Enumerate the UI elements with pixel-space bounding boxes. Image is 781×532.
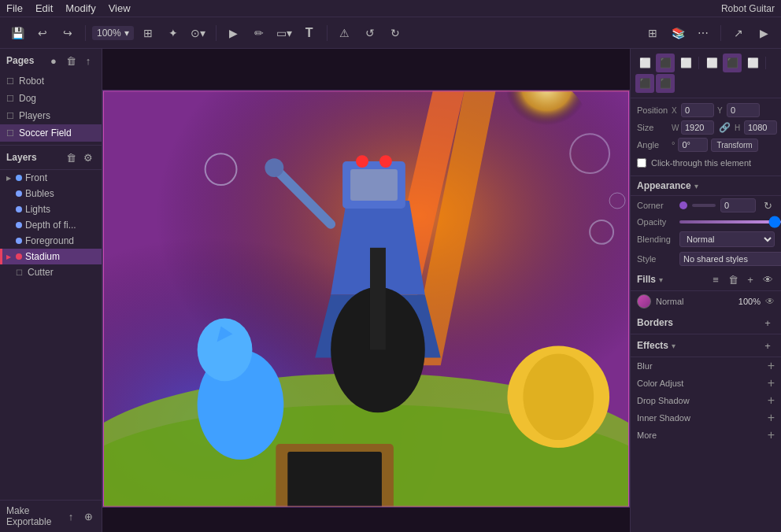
borders-header[interactable]: Borders + — [631, 312, 781, 334]
menu-view[interactable]: View — [109, 2, 131, 14]
export-share-btn[interactable]: ↑ — [64, 509, 78, 523]
text-tool[interactable]: T — [298, 22, 320, 44]
page-item-soccer[interactable]: ☐ Soccer Field — [0, 124, 102, 142]
effect-dropshadow-add[interactable]: + — [768, 394, 775, 407]
layers-settings-btn[interactable]: ⚙ — [81, 150, 95, 164]
layer-lights[interactable]: Lights — [0, 201, 102, 217]
effects-add-icon[interactable]: + — [761, 338, 775, 353]
fills-add-icon[interactable]: + — [743, 272, 757, 286]
blending-select[interactable]: Normal — [679, 231, 775, 247]
toolbar-zoom[interactable]: 100% ▾ — [92, 26, 134, 40]
clickthrough-checkbox[interactable] — [637, 158, 646, 168]
size-h-input[interactable] — [744, 120, 777, 135]
effect-more-add[interactable]: + — [768, 429, 775, 441]
corner-action-icon[interactable]: ↻ — [761, 198, 775, 212]
pages-delete-btn[interactable]: 🗑 — [64, 54, 78, 68]
distribute-h-icon[interactable]: ⬛ — [635, 74, 654, 93]
pages-circle-btn[interactable]: ● — [46, 54, 61, 68]
layer-label-depth: Depth of fi... — [25, 220, 76, 231]
layer-depth[interactable]: Depth of fi... — [0, 217, 102, 233]
borders-title: Borders — [637, 317, 673, 328]
toolbar-redo[interactable]: ↪ — [57, 22, 79, 44]
pages-header-icons: ● 🗑 ↑ — [46, 54, 95, 68]
pen-tool[interactable]: ✏ — [248, 22, 270, 44]
transform-button[interactable]: Transform — [711, 139, 757, 152]
size-lock-icon[interactable]: 🔗 — [717, 120, 731, 135]
page-icon-soccer: ☐ — [6, 128, 14, 139]
toolbar-sep-2 — [216, 25, 217, 41]
svg-point-12 — [356, 155, 368, 168]
align-center-h-icon[interactable]: ⬛ — [656, 54, 675, 72]
distribute-v-icon[interactable]: ⬛ — [656, 74, 675, 93]
export-bar[interactable]: Make Exportable ↑ ⊕ — [0, 500, 102, 532]
toolbar-grid[interactable]: ⊞ — [137, 22, 159, 44]
fills-more-icon[interactable]: 👁 — [761, 272, 775, 286]
align-left-icon[interactable]: ⬜ — [635, 54, 654, 72]
layer-cutter[interactable]: ☐ Cutter — [0, 264, 102, 280]
rotate-left[interactable]: ↺ — [359, 22, 381, 44]
menu-modify[interactable]: Modify — [65, 2, 95, 14]
shape-tool[interactable]: ▭▾ — [273, 22, 295, 44]
toolbar-lib[interactable]: 📚 — [667, 22, 689, 44]
toolbar-right: ⊞ 📚 ⋯ ↗ ▶ — [642, 22, 775, 44]
effect-color-add[interactable]: + — [768, 377, 775, 390]
position-x-input[interactable] — [681, 103, 714, 117]
fills-settings-icon[interactable]: ≡ — [709, 272, 723, 286]
page-item-robot[interactable]: ☐ Robot — [0, 72, 102, 90]
fill-color-swatch[interactable] — [637, 294, 651, 308]
align-right-icon[interactable]: ⬜ — [676, 54, 695, 72]
position-y-input[interactable] — [727, 103, 760, 117]
appearance-header[interactable]: Appearance ▾ — [631, 176, 781, 196]
layer-color-stadium — [16, 253, 22, 260]
page-item-dog[interactable]: ☐ Dog — [0, 90, 102, 107]
opacity-slider[interactable] — [679, 220, 781, 224]
fills-delete-icon[interactable]: 🗑 — [726, 272, 740, 286]
fills-header[interactable]: Fills ▾ ≡ 🗑 + 👁 — [631, 268, 781, 291]
toolbar-preview[interactable]: ▶ — [753, 22, 775, 44]
toolbar-more[interactable]: ⋯ — [692, 22, 714, 44]
effect-drop-shadow: Drop Shadow + — [631, 392, 781, 409]
warning-tool[interactable]: ⚠ — [334, 22, 356, 44]
toolbar-components[interactable]: ⊞ — [642, 22, 664, 44]
layer-arrow-stadium: ▶ — [6, 253, 11, 260]
menu-file[interactable]: File — [6, 2, 23, 14]
effects-header[interactable]: Effects ▾ + — [631, 334, 781, 357]
layer-front[interactable]: ▶ Front — [0, 170, 102, 186]
fill-opacity-value: 100% — [738, 297, 761, 306]
style-input[interactable] — [679, 252, 781, 266]
fill-visibility-icon[interactable]: 👁 — [765, 296, 775, 307]
pages-add-btn[interactable]: ↑ — [81, 54, 95, 68]
export-add-btn[interactable]: ⊕ — [81, 509, 95, 523]
page-item-players[interactable]: ☐ Players — [0, 107, 102, 124]
toolbar-save[interactable]: 💾 — [6, 22, 28, 44]
effect-color-adjust: Color Adjust + — [631, 375, 781, 392]
select-tool[interactable]: ▶ — [223, 22, 245, 44]
angle-input[interactable] — [678, 138, 708, 152]
align-bottom-icon[interactable]: ⬜ — [743, 54, 762, 72]
toolbar-export[interactable]: ↗ — [727, 22, 750, 44]
layer-foreground[interactable]: Foreground — [0, 233, 102, 249]
corner-row: Corner ↻ — [631, 196, 781, 215]
toolbar-undo[interactable]: ↩ — [31, 22, 54, 44]
menu-edit[interactable]: Edit — [35, 2, 53, 14]
rotate-right[interactable]: ↻ — [384, 22, 406, 44]
effect-innershadow-add[interactable]: + — [768, 412, 775, 424]
size-w-input[interactable] — [681, 120, 714, 135]
canvas-area[interactable] — [102, 49, 630, 532]
fill-blend-mode: Normal — [656, 297, 734, 306]
layer-bubles[interactable]: Bubles — [0, 186, 102, 201]
layer-label-lights: Lights — [25, 204, 50, 215]
corner-input[interactable] — [720, 198, 756, 212]
toolbar-magic[interactable]: ✦ — [162, 22, 184, 44]
layer-label-stadium: Stadium — [25, 251, 60, 262]
align-top-icon[interactable]: ⬜ — [702, 54, 721, 72]
borders-add-icon[interactable]: + — [761, 316, 775, 330]
align-middle-icon[interactable]: ⬛ — [723, 54, 742, 72]
layers-delete-btn[interactable]: 🗑 — [64, 150, 78, 164]
effect-blur-add[interactable]: + — [768, 360, 775, 372]
fills-chevron: ▾ — [659, 275, 663, 284]
fills-title: Fills — [637, 274, 656, 285]
corner-track[interactable] — [692, 204, 716, 207]
toolbar-snap[interactable]: ⊙▾ — [187, 22, 209, 44]
layer-stadium[interactable]: ▶ Stadium — [0, 249, 102, 264]
